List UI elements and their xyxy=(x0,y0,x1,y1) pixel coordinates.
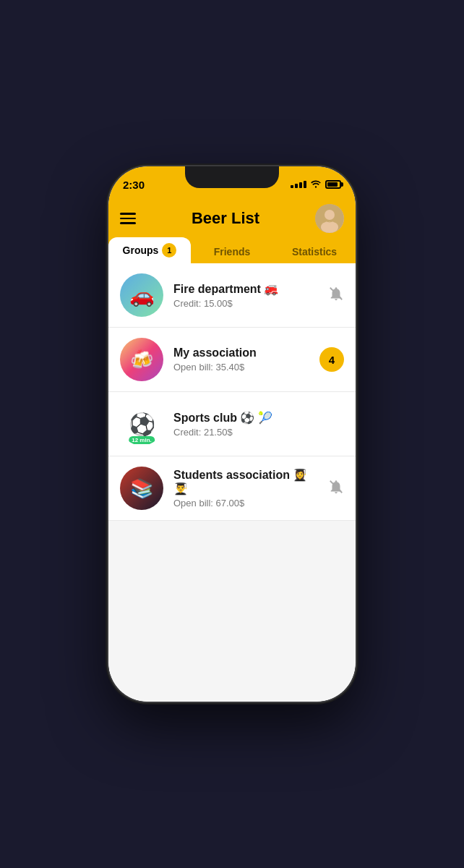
group-name: My association xyxy=(173,346,314,359)
tab-groups[interactable]: Groups 1 xyxy=(108,237,191,263)
signal-icon xyxy=(291,181,306,188)
group-info-sports-club: Sports club ⚽ 🎾 Credit: 21.50$ xyxy=(173,411,322,438)
group-info-fire-dept: Fire department 🚒 Credit: 15.00$ xyxy=(173,282,322,309)
group-avatar-fire-dept: 🚗 xyxy=(120,273,163,317)
group-avatar-students: 📚 xyxy=(120,467,163,510)
group-action-bell-students[interactable] xyxy=(328,479,344,498)
list-item[interactable]: 📚 Students association 👩‍🎓 👨‍🎓 Open bill… xyxy=(108,456,356,521)
tab-friends[interactable]: Friends xyxy=(191,240,273,263)
hamburger-menu-button[interactable] xyxy=(120,213,136,224)
groups-list: 🚗 Fire department 🚒 Credit: 15.00$ xyxy=(108,263,356,702)
status-time: 2:30 xyxy=(123,179,145,191)
tab-statistics[interactable]: Statistics xyxy=(273,240,356,263)
group-status: Open bill: 35.40$ xyxy=(173,362,314,373)
phone-shell: 2:30 xyxy=(108,166,356,702)
bell-muted-icon xyxy=(328,289,344,305)
battery-icon xyxy=(325,180,341,189)
group-name: Fire department 🚒 xyxy=(173,282,322,296)
group-status: Open bill: 67.00$ xyxy=(173,498,322,509)
notification-count-badge: 4 xyxy=(319,347,344,372)
group-action-badge-association[interactable]: 4 xyxy=(319,347,344,372)
group-status: Credit: 15.00$ xyxy=(173,298,322,309)
group-status: Credit: 21.50$ xyxy=(173,427,322,438)
group-avatar-my-association: 🍻 xyxy=(120,338,163,381)
group-info-my-association: My association Open bill: 35.40$ xyxy=(173,346,314,373)
time-badge: 12 min. xyxy=(129,436,155,444)
notch xyxy=(185,166,279,188)
group-action-bell-fire[interactable] xyxy=(328,286,344,305)
list-item[interactable]: 🚗 Fire department 🚒 Credit: 15.00$ xyxy=(108,263,356,328)
bell-muted-icon xyxy=(328,482,344,498)
wifi-icon xyxy=(310,179,322,190)
app-title: Beer List xyxy=(192,209,259,228)
group-info-students: Students association 👩‍🎓 👨‍🎓 Open bill: … xyxy=(173,468,322,509)
main-content: 🚗 Fire department 🚒 Credit: 15.00$ xyxy=(108,263,356,702)
svg-point-2 xyxy=(321,221,338,233)
group-name: Sports club ⚽ 🎾 xyxy=(173,411,322,425)
tab-groups-badge: 1 xyxy=(162,243,176,258)
list-item[interactable]: 🍻 My association Open bill: 35.40$ 4 xyxy=(108,328,356,392)
group-name: Students association 👩‍🎓 👨‍🎓 xyxy=(173,468,322,495)
list-item[interactable]: ⚽ 12 min. Sports club ⚽ 🎾 Credit: 21.50$ xyxy=(108,392,356,456)
app-header: Beer List xyxy=(108,198,356,233)
screen: 2:30 xyxy=(108,166,356,702)
status-icons xyxy=(291,179,341,190)
user-avatar[interactable] xyxy=(315,204,344,233)
svg-point-1 xyxy=(325,210,335,220)
group-avatar-sports-club: ⚽ 12 min. xyxy=(120,402,163,446)
tabs-bar: Groups 1 Friends Statistics xyxy=(108,233,356,263)
